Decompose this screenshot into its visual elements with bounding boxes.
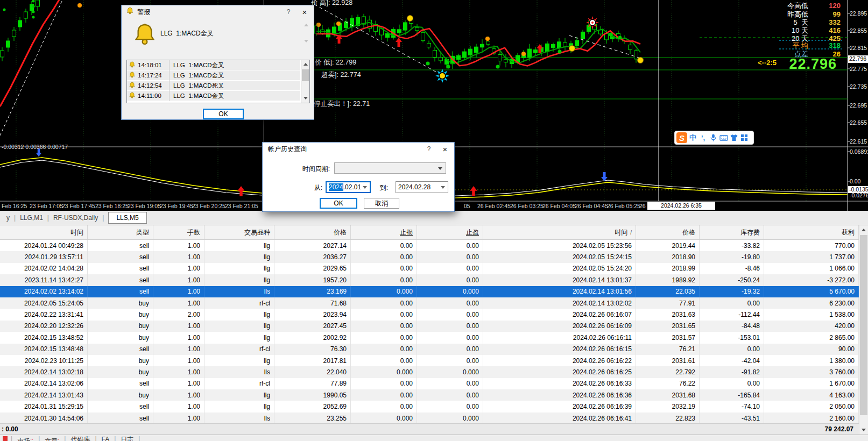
alert-text: LLG 1:MACD金叉 — [173, 92, 224, 100]
table-row[interactable]: 2024.02.02 14:04:28sell1.00llg2029.650.0… — [0, 263, 859, 274]
table-row[interactable]: 2024.02.14 13:01:43buy1.00llg1990.050.00… — [0, 389, 859, 401]
history-ok-button[interactable]: OK — [320, 198, 357, 209]
cell: sell — [88, 286, 153, 297]
cell: 0.00 — [417, 251, 483, 262]
column-header-10[interactable]: 获利 — [764, 225, 859, 239]
column-header-3[interactable]: 交易品种 — [204, 225, 274, 239]
close-button[interactable]: × — [297, 5, 313, 18]
cell: sell — [88, 251, 153, 262]
cell: 1957.20 — [274, 274, 351, 286]
cell: -42.04 — [700, 355, 764, 366]
column-header-8[interactable]: 价格 — [636, 225, 700, 239]
alert-list-item[interactable]: 14:11:00LLG 1:MACD金叉 — [127, 91, 300, 101]
period-select[interactable] — [334, 162, 446, 174]
chart-tab-llg-m1[interactable]: LLG,M1 — [16, 213, 47, 223]
period-label: 时间周期: — [268, 165, 330, 174]
bottom-tab-4[interactable]: 日志 — [116, 435, 138, 441]
table-row[interactable]: 2024.01.29 13:57:11sell1.00llg2036.270.0… — [0, 251, 859, 262]
cell: 0.00 — [417, 389, 483, 401]
cell: 71.68 — [274, 297, 351, 309]
microphone-icon[interactable] — [709, 133, 718, 142]
alert-list-item[interactable]: 14:18:01LLG 1:MACD金叉 — [127, 60, 300, 70]
cell: 0.00 — [700, 297, 764, 309]
alert-list-item[interactable]: 14:17:24LLG 1:MACD金叉 — [127, 70, 300, 81]
help-button[interactable]: ? — [421, 143, 437, 155]
scroll-down-button[interactable] — [301, 94, 309, 102]
stat-label: 点差 — [752, 50, 808, 58]
table-row[interactable]: 2024.02.02 13:14:02sell1.00lls23.1690.00… — [0, 286, 859, 297]
scrollbar-thumb[interactable] — [860, 235, 867, 415]
history-dialog-title: 帐户历史查询 — [268, 145, 307, 154]
scroll-down-button[interactable] — [859, 425, 868, 435]
bottom-tab-3[interactable]: FA — [97, 435, 115, 441]
cell: 0.00 — [417, 355, 483, 366]
alert-message: LLG 1:MACD金叉 — [160, 29, 214, 38]
table-row[interactable]: 2024.02.14 13:02:06sell1.00rf-cl77.890.0… — [0, 378, 859, 389]
alert-time: 14:18:01 — [136, 62, 169, 68]
table-row[interactable]: 2024.02.15 13:48:52buy1.00llg2002.920.00… — [0, 332, 859, 343]
cell: lls — [204, 286, 274, 297]
history-query-dialog[interactable]: 帐户历史查询 ? × 时间周期: 从: 2024.02.01 到: 2024.0… — [262, 142, 455, 212]
table-row[interactable]: 2024.02.14 13:02:18buy1.00lls22.0400.000… — [0, 366, 859, 378]
alert-list[interactable]: 14:18:01LLG 1:MACD金叉14:17:24LLG 1:MACD金叉… — [126, 60, 310, 103]
time-axis-label: 26 — [639, 203, 646, 209]
chinese-mode-icon[interactable]: 中 — [688, 133, 697, 143]
help-button[interactable]: ? — [280, 5, 297, 18]
punctuation-icon[interactable]: ’, — [698, 134, 708, 142]
column-header-1[interactable]: 类型 — [88, 225, 153, 239]
table-row[interactable]: 2023.11.14 13:42:27sell1.00llg1957.200.0… — [0, 274, 859, 286]
alert-list-item[interactable]: 14:12:54LLG 1:MACD死叉 — [127, 81, 300, 91]
alert-dialog[interactable]: 警报 ? × LLG 1:MACD金叉 14:18:01LLG 1:MACD金叉… — [121, 5, 314, 120]
price-tick-label: 22.615 — [850, 138, 867, 145]
message-scroll-down-icon[interactable] — [304, 40, 308, 42]
alert-list-scrollbar[interactable] — [301, 60, 309, 103]
chart-tab-rf-usdx-daily[interactable]: RF-USDX,Daily — [49, 213, 102, 223]
bottom-tab-0[interactable]: 市场·· — [12, 435, 38, 441]
table-row[interactable]: 2024.02.23 10:11:25buy1.00llg2017.810.00… — [0, 355, 859, 366]
table-row[interactable]: 2024.02.05 15:24:05buy1.00rf-cl71.680.00… — [0, 297, 859, 309]
alert-ok-button[interactable]: OK — [203, 109, 244, 119]
column-header-0[interactable]: 时间 — [0, 225, 88, 239]
cell: 2024.02.26 06:16:07 — [483, 309, 636, 320]
alert-dialog-titlebar[interactable]: 警报 ? × — [122, 5, 314, 18]
scroll-up-button[interactable] — [859, 225, 868, 234]
from-date-field[interactable]: 2024.02.01 — [326, 181, 371, 193]
cell: sell — [88, 240, 153, 251]
table-scrollbar[interactable] — [859, 225, 868, 435]
table-row[interactable]: 2024.02.15 13:48:48sell1.00rf-cl76.300.0… — [0, 344, 859, 355]
toolbox-icon[interactable] — [739, 134, 749, 141]
chart-tab-lls-m5[interactable]: LLS,M5 — [108, 212, 146, 224]
table-row[interactable]: 2024.01.30 14:54:06sell1.00lls23.2550.00… — [0, 412, 859, 424]
price-tick-label: 22.855 — [850, 27, 867, 34]
to-date-field[interactable]: 2024.02.28 — [396, 181, 448, 193]
scrollbar-thumb[interactable] — [302, 69, 309, 81]
history-cancel-button[interactable]: 取消 — [364, 198, 399, 209]
column-header-5[interactable]: 止损 — [351, 225, 417, 239]
chart-tab-y[interactable]: y — [2, 213, 14, 223]
keyboard-icon[interactable] — [719, 133, 728, 142]
table-row[interactable]: 2024.01.24 00:49:28sell1.00llg2027.140.0… — [0, 240, 859, 251]
column-header-2[interactable]: 手数 — [153, 225, 204, 239]
column-header-7[interactable]: 时间/ — [483, 225, 636, 239]
message-scroll-up-icon[interactable] — [304, 24, 308, 26]
ime-toolbar[interactable]: S中’, — [674, 131, 754, 145]
column-header-6[interactable]: 止盈 — [417, 225, 483, 239]
skin-icon[interactable] — [729, 133, 738, 142]
table-row[interactable]: 2024.01.31 15:29:15sell1.00llg2052.690.0… — [0, 401, 859, 412]
bottom-tab-2[interactable]: 代码库 — [66, 435, 95, 441]
column-header-9[interactable]: 库存费 — [700, 225, 764, 239]
cell: 76.22 — [636, 378, 700, 389]
table-row[interactable]: 2024.02.20 12:32:26buy1.00llg2027.450.00… — [0, 321, 859, 332]
cell: 0.00 — [417, 274, 483, 286]
table-row[interactable]: 2024.02.22 13:31:41buy2.00llg2023.940.00… — [0, 309, 859, 320]
column-header-4[interactable]: 价格 — [274, 225, 351, 239]
sogou-logo-icon[interactable]: S — [676, 132, 687, 143]
stat-value: 332 — [808, 18, 841, 26]
bottom-tab-1[interactable]: 文章· — [40, 435, 64, 441]
scroll-up-button[interactable] — [301, 60, 309, 68]
history-dialog-titlebar[interactable]: 帐户历史查询 ? × — [263, 143, 454, 155]
close-button[interactable]: × — [437, 143, 453, 155]
cell: 1 066.00 — [764, 263, 859, 274]
stat-row: 平 均318 — [752, 41, 841, 49]
cell: 2024.02.15 13:48:48 — [0, 344, 88, 355]
